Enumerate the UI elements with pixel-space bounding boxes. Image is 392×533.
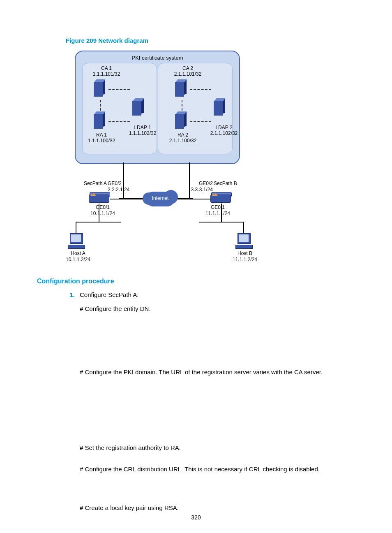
spb-ge01-ip: 11.1.1.1/24 [205, 211, 230, 216]
router-icon [89, 192, 110, 204]
connection-line [110, 199, 143, 199]
spb-ge02-port: GE0/2 [199, 181, 213, 186]
list-number: 1. [60, 290, 75, 300]
server-icon [94, 112, 107, 130]
internet-label: Internet [143, 195, 178, 201]
server-icon [175, 80, 188, 98]
section-title: Configuration procedure [37, 278, 362, 285]
internet-cloud: Internet [143, 189, 178, 209]
step-4: # Configure the CRL distribution URL. Th… [80, 464, 362, 474]
arrow-icon [108, 89, 130, 90]
spb-ge02-ip: 3.3.3.1/24 [191, 187, 213, 192]
connection-line [76, 222, 121, 222]
ra2-name: RA 2 [178, 132, 188, 138]
spa-ge01: GE0/1 10.1.1.1/24 [86, 204, 119, 217]
ra1-label: RA 1 1.1.1.100/32 [83, 132, 120, 144]
server-icon [94, 80, 107, 98]
ldap2-name: LDAP 2 [215, 125, 232, 130]
spa-ge01-ip: 10.1.1.1/24 [90, 211, 115, 216]
ca1-name: CA 1 [101, 65, 112, 71]
spa-ge02-ip: 2.2.2.1/24 [108, 187, 129, 192]
ldap1-ip: 1.1.1.102/32 [129, 130, 157, 136]
connection-line [199, 222, 244, 222]
ca2-ip: 2.1.1.101/32 [174, 71, 202, 77]
host-a-label: Host A 10.1.1.2/24 [62, 250, 95, 263]
spb-ge01: GE0/1 11.1.1.1/24 [201, 204, 234, 217]
step-3: # Set the registration authority to RA. [80, 443, 362, 453]
arrow-icon [182, 100, 182, 111]
host-b-ip: 11.1.1.2/24 [233, 257, 257, 262]
connection-line [99, 204, 99, 222]
ca1-ip: 1.1.1.101/32 [93, 71, 120, 77]
step-1a: # Configure the entity DN. [80, 304, 362, 314]
page-number: 320 [0, 514, 392, 521]
connection-line [76, 222, 76, 234]
arrow-icon [108, 121, 130, 122]
host-icon [67, 233, 85, 250]
ldap2-label: LDAP 2 2.1.1.102/32 [205, 125, 242, 137]
host-icon [235, 233, 253, 250]
spa-ge01-port: GE0/1 [96, 204, 110, 210]
host-a-ip: 10.1.1.2/24 [66, 257, 90, 262]
step-5: # Create a local key pair using RSA. [80, 503, 362, 513]
secpath-a-label: SecPath A [78, 181, 107, 187]
ca2-label: CA 2 2.1.1.101/32 [169, 65, 206, 77]
host-b-label: Host B 11.1.1.2/24 [228, 250, 261, 263]
step-1: 1.Configure SecPath A: [60, 290, 362, 300]
host-b-name: Host B [238, 250, 252, 256]
spb-ge02: GE0/2 3.3.3.1/24 [184, 181, 213, 193]
pki-system-box: PKI certificate system CA 1 1.1.1.101/32… [75, 51, 240, 164]
spb-ge01-port: GE0/1 [211, 204, 225, 210]
ra2-label: RA 2 2.1.1.100/32 [164, 132, 201, 144]
connection-line [178, 199, 210, 199]
arrow-icon [190, 121, 211, 122]
arrow-icon [100, 100, 101, 111]
router-icon [210, 192, 232, 204]
ca1-label: CA 1 1.1.1.101/32 [88, 65, 125, 77]
ra2-ip: 2.1.1.100/32 [169, 138, 197, 144]
server-icon [175, 112, 188, 130]
connection-line [221, 204, 222, 222]
spa-ge02-port: GE0/2 [108, 181, 122, 186]
connection-line [243, 222, 244, 234]
step-1-title: Configure SecPath A: [80, 291, 138, 298]
ra1-name: RA 1 [96, 132, 107, 138]
step-2: # Configure the PKI domain. The URL of t… [80, 367, 362, 377]
ca2-name: CA 2 [182, 65, 193, 71]
pki-title: PKI certificate system [76, 55, 239, 61]
ldap1-label: LDAP 1 1.1.1.102/32 [124, 125, 161, 137]
server-icon [132, 99, 145, 117]
arrow-icon [190, 89, 211, 90]
ldap1-name: LDAP 1 [134, 125, 151, 130]
server-icon [214, 99, 227, 117]
figure-title: Figure 209 Network diagram [66, 37, 362, 44]
ra1-ip: 1.1.1.100/32 [88, 138, 115, 144]
ldap2-ip: 2.1.1.102/32 [210, 130, 238, 136]
secpath-b-label: SecPath B [214, 181, 242, 187]
spa-ge02: GE0/2 2.2.2.1/24 [108, 181, 136, 193]
host-a-name: Host A [71, 250, 85, 256]
network-diagram: PKI certificate system CA 1 1.1.1.101/32… [66, 50, 255, 268]
